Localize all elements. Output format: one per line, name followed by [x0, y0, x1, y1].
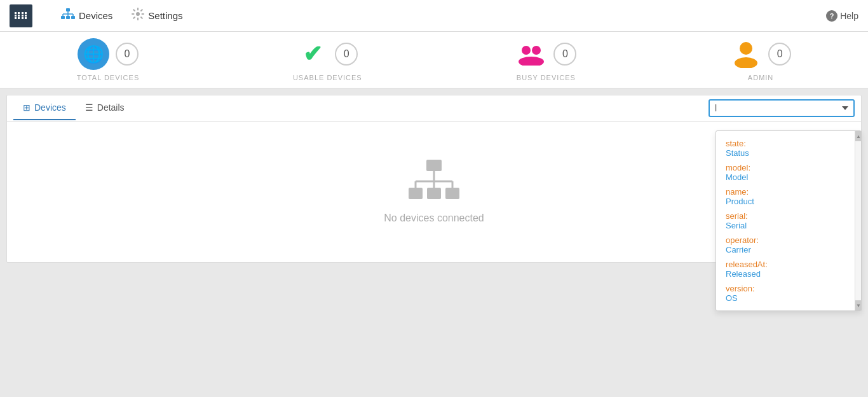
- no-devices-network-icon: [409, 160, 459, 203]
- busy-devices-stat: 0 BUSY DEVICES: [515, 38, 576, 81]
- admin-count: 0: [768, 43, 791, 66]
- dropdown-item-4[interactable]: operator:Carrier: [716, 233, 855, 257]
- busy-devices-label: BUSY DEVICES: [517, 74, 576, 81]
- total-devices-count: 0: [116, 43, 139, 66]
- details-tab-label: Details: [97, 102, 125, 113]
- devices-tab-label: Devices: [34, 102, 66, 113]
- usable-devices-count: 0: [335, 43, 358, 66]
- svg-rect-18: [445, 188, 459, 199]
- devices-tab-icon: ⊞: [23, 102, 31, 113]
- svg-point-12: [519, 57, 544, 66]
- nav-devices-link[interactable]: Devices: [51, 0, 122, 32]
- dropdown-item-0[interactable]: state:Status: [716, 136, 855, 160]
- settings-nav-icon: [132, 8, 144, 24]
- svg-point-9: [136, 12, 140, 16]
- svg-rect-15: [426, 160, 442, 171]
- svg-point-13: [740, 42, 752, 55]
- dropdown-scrollbar[interactable]: ▲ ▼: [855, 131, 861, 269]
- stf-logo: [10, 4, 32, 27]
- svg-point-11: [532, 46, 541, 55]
- scrollbar-up-button[interactable]: ▲: [855, 131, 862, 141]
- help-icon: ?: [826, 10, 837, 22]
- total-devices-label: TOTAL DEVICES: [77, 74, 139, 81]
- svg-point-14: [735, 57, 757, 68]
- checkmark-icon: ✔: [297, 38, 329, 70]
- tab-devices[interactable]: ⊞ Devices: [13, 96, 76, 120]
- svg-rect-3: [71, 16, 75, 19]
- dropdown-list: state:Statusmodel:Modelname:Productseria…: [716, 131, 855, 269]
- filter-dropdown[interactable]: state:Statusmodel:Modelname:Productseria…: [715, 130, 862, 269]
- usable-devices-label: USABLE DEVICES: [293, 74, 362, 81]
- help-label: Help: [840, 11, 858, 21]
- svg-rect-1: [61, 16, 65, 19]
- svg-rect-16: [409, 188, 423, 199]
- svg-rect-0: [66, 8, 70, 11]
- navbar-right: ? Help: [826, 10, 858, 22]
- settings-nav-label: Settings: [148, 10, 182, 21]
- devices-nav-label: Devices: [79, 10, 112, 21]
- dropdown-item-3[interactable]: serial:Serial: [716, 209, 855, 233]
- filter-container: [709, 95, 855, 121]
- details-tab-icon: ☰: [85, 102, 93, 113]
- admin-label: ADMIN: [748, 74, 773, 81]
- no-devices-text: No devices connected: [384, 212, 484, 224]
- dropdown-item-1[interactable]: model:Model: [716, 160, 855, 185]
- stats-bar: 🌐 0 TOTAL DEVICES ✔ 0 USABLE DEVICES 0 B…: [0, 32, 868, 88]
- nav-settings-link[interactable]: Settings: [122, 0, 192, 32]
- usable-devices-stat: ✔ 0 USABLE DEVICES: [293, 38, 362, 81]
- svg-point-10: [522, 46, 531, 55]
- dropdown-item-2[interactable]: name:Product: [716, 185, 855, 209]
- tabs-bar: ⊞ Devices ☰ Details: [7, 95, 861, 122]
- busy-devices-count: 0: [553, 43, 576, 66]
- globe-icon: 🌐: [78, 38, 109, 70]
- dropdown-item-5[interactable]: releasedAt:Released: [716, 257, 855, 269]
- navbar: Devices Settings ? Help: [0, 0, 868, 32]
- tab-details[interactable]: ☰ Details: [76, 96, 134, 120]
- svg-rect-2: [66, 16, 70, 19]
- busy-devices-icon: [515, 38, 547, 70]
- admin-icon: [730, 38, 762, 70]
- brand: [10, 4, 39, 27]
- admin-stat: 0 ADMIN: [730, 38, 791, 81]
- devices-nav-icon: [61, 8, 75, 23]
- help-link[interactable]: ? Help: [826, 10, 858, 22]
- filter-input[interactable]: [709, 99, 855, 117]
- svg-rect-17: [427, 188, 441, 199]
- total-devices-stat: 🌐 0 TOTAL DEVICES: [77, 38, 139, 81]
